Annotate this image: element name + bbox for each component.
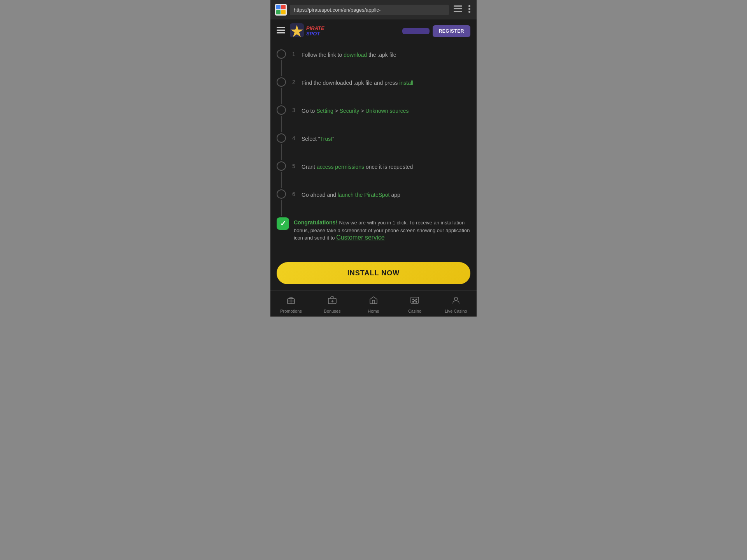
step-6-launch-link[interactable]: launch the PirateSpot <box>338 192 390 198</box>
svg-rect-7 <box>454 11 462 12</box>
nav-item-casino[interactable]: Casino <box>394 294 435 315</box>
step-1-link[interactable]: download <box>344 52 367 58</box>
casino-icon <box>410 296 419 307</box>
svg-point-9 <box>468 8 470 10</box>
svg-point-10 <box>468 11 470 13</box>
step-congrats: ✓ Congratulations! Now we are with you i… <box>277 217 470 250</box>
step-2-content: Find the downloaded .apk file and press … <box>302 77 470 95</box>
step-1-number: 1 <box>291 49 297 57</box>
browser-url[interactable]: https://piratespot.com/en/pages/applic- <box>290 5 449 15</box>
customer-service-link[interactable]: Customer service <box>336 234 384 241</box>
browser-logo-icon <box>275 4 287 16</box>
step-4-left <box>277 133 286 161</box>
install-section: INSTALL NOW <box>270 256 477 290</box>
site-header: PIRATE SPOT REGISTER <box>270 19 477 43</box>
step-3-content: Go to Setting > Security > Unknown sourc… <box>302 105 470 123</box>
step-6-connector <box>281 200 282 216</box>
bottom-nav: Promotions Bonuses Home <box>270 290 477 317</box>
steps-list: 1 Follow the link to download the .apk f… <box>277 49 470 250</box>
step-5-number: 5 <box>291 161 297 169</box>
site-logo: PIRATE SPOT <box>290 23 324 39</box>
checkmark-icon: ✓ <box>280 219 286 228</box>
live-casino-label: Live Casino <box>445 309 467 313</box>
install-now-button[interactable]: INSTALL NOW <box>277 262 470 284</box>
svg-point-23 <box>413 299 414 300</box>
step-5: 5 Grant access permissions once it is re… <box>277 161 470 189</box>
svg-rect-13 <box>277 32 285 33</box>
browser-menu-icon[interactable] <box>452 4 464 16</box>
nav-item-live-casino[interactable]: Live Casino <box>435 294 477 315</box>
step-3-security-link[interactable]: Security <box>340 108 359 114</box>
step-6: 6 Go ahead and launch the PirateSpot app <box>277 189 470 217</box>
svg-rect-3 <box>276 10 281 14</box>
nav-item-home[interactable]: Home <box>353 294 394 315</box>
step-2: 2 Find the downloaded .apk file and pres… <box>277 77 470 105</box>
live-casino-icon <box>451 296 461 307</box>
step-congrats-circle: ✓ <box>277 217 289 230</box>
step-2-connector <box>281 88 282 104</box>
step-5-text: Grant access permissions once it is requ… <box>302 164 413 170</box>
svg-point-25 <box>413 301 414 302</box>
step-3-circle <box>277 105 286 115</box>
step-2-install-link[interactable]: install <box>399 80 413 86</box>
step-1: 1 Follow the link to download the .apk f… <box>277 49 470 77</box>
step-6-number: 6 <box>291 189 297 197</box>
home-icon <box>369 296 378 307</box>
svg-rect-1 <box>276 5 281 9</box>
svg-point-28 <box>454 297 458 300</box>
step-4-text: Select "Trust" <box>302 136 334 142</box>
step-4-content: Select "Trust" <box>302 133 470 151</box>
casino-label: Casino <box>408 309 421 313</box>
svg-rect-5 <box>454 5 462 7</box>
svg-point-24 <box>416 299 417 300</box>
step-3-setting-link[interactable]: Setting <box>316 108 333 114</box>
logo-pirate-text: PIRATE <box>306 26 324 31</box>
login-button[interactable] <box>402 28 430 34</box>
main-content: 1 Follow the link to download the .apk f… <box>270 43 477 256</box>
home-label: Home <box>368 309 379 313</box>
congrats-title: Congratulations! <box>294 219 337 226</box>
svg-point-26 <box>416 301 417 302</box>
svg-rect-12 <box>277 30 285 31</box>
step-1-connector <box>281 60 282 76</box>
step-4-number: 4 <box>291 133 297 141</box>
svg-rect-2 <box>281 5 286 9</box>
step-5-permissions-link[interactable]: access permissions <box>317 164 364 170</box>
step-1-circle <box>277 49 286 59</box>
step-2-left <box>277 77 286 105</box>
bonuses-icon <box>328 296 337 307</box>
logo-spot-text: SPOT <box>306 31 324 37</box>
nav-item-promotions[interactable]: Promotions <box>270 294 312 315</box>
promotions-label: Promotions <box>280 309 302 313</box>
browser-more-icon[interactable] <box>467 4 472 16</box>
step-2-text: Find the downloaded .apk file and press … <box>302 80 413 86</box>
step-1-text: Follow the link to download the .apk fil… <box>302 52 396 58</box>
header-left: PIRATE SPOT <box>277 23 324 39</box>
step-3-text: Go to Setting > Security > Unknown sourc… <box>302 108 409 114</box>
step-congrats-content: Congratulations! Now we are with you in … <box>294 217 470 250</box>
step-5-connector <box>281 172 282 188</box>
logo-icon <box>290 23 304 39</box>
promotions-icon <box>286 296 296 307</box>
step-3-left <box>277 105 286 133</box>
step-3-unknown-link[interactable]: Unknown sources <box>365 108 409 114</box>
step-3-number: 3 <box>291 105 297 113</box>
nav-item-bonuses[interactable]: Bonuses <box>312 294 353 315</box>
step-4-connector <box>281 144 282 160</box>
bonuses-label: Bonuses <box>324 309 341 313</box>
header-right: REGISTER <box>402 25 470 37</box>
step-1-left <box>277 49 286 77</box>
step-4-circle <box>277 133 286 143</box>
step-6-content: Go ahead and launch the PirateSpot app <box>302 189 470 207</box>
step-6-circle <box>277 189 286 199</box>
step-4-trust-link[interactable]: Trust <box>320 136 332 142</box>
step-3: 3 Go to Setting > Security > Unknown sou… <box>277 105 470 133</box>
register-button[interactable]: REGISTER <box>433 25 470 37</box>
step-6-text: Go ahead and launch the PirateSpot app <box>302 192 400 198</box>
svg-rect-6 <box>454 8 462 9</box>
step-5-content: Grant access permissions once it is requ… <box>302 161 470 179</box>
step-3-connector <box>281 116 282 132</box>
hamburger-menu-icon[interactable] <box>277 27 285 36</box>
svg-point-27 <box>414 300 416 301</box>
step-2-circle <box>277 77 286 87</box>
